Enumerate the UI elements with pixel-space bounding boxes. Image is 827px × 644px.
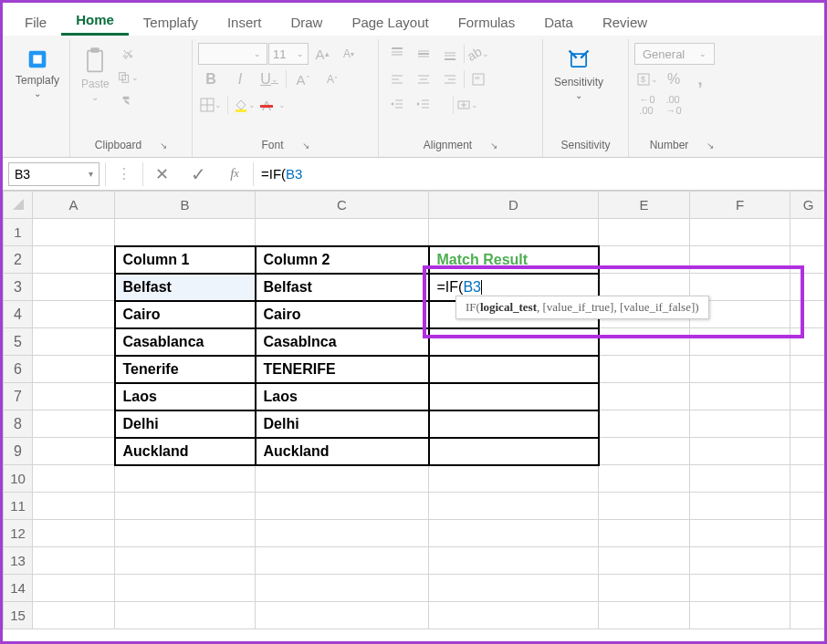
cell[interactable] [599, 575, 690, 602]
cell[interactable] [256, 465, 429, 493]
row-header[interactable]: 4 [4, 301, 33, 328]
cell[interactable] [115, 575, 256, 602]
cell[interactable]: Casablnca [256, 328, 429, 356]
cell[interactable] [790, 438, 827, 465]
align-middle-button[interactable] [411, 43, 436, 65]
cell[interactable] [599, 520, 690, 547]
header-cell[interactable]: Match Result [429, 246, 599, 274]
cell[interactable]: Delhi [115, 410, 256, 438]
increase-font2-button[interactable]: A˄ [290, 68, 316, 90]
cell[interactable]: Laos [256, 383, 429, 410]
cell[interactable] [599, 219, 690, 246]
cell[interactable] [690, 465, 790, 493]
align-top-button[interactable] [384, 43, 410, 65]
col-header-d[interactable]: D [429, 192, 599, 219]
borders-button[interactable]: ⌄ [198, 94, 224, 116]
percent-button[interactable]: % [661, 68, 686, 90]
align-center-button[interactable] [411, 68, 436, 90]
select-all-corner[interactable] [4, 192, 33, 219]
row-header[interactable]: 14 [4, 575, 33, 602]
cell[interactable] [790, 383, 827, 410]
cell[interactable]: Delhi [256, 410, 429, 438]
cell[interactable] [599, 438, 690, 465]
format-painter-button[interactable] [115, 90, 141, 112]
cut-button[interactable] [115, 43, 141, 65]
cell[interactable] [429, 410, 599, 438]
cell[interactable] [429, 602, 599, 629]
row-header[interactable]: 8 [4, 410, 33, 438]
increase-indent-button[interactable] [411, 94, 436, 116]
col-header-a[interactable]: A [33, 192, 115, 219]
cell[interactable]: Belfast [256, 274, 429, 301]
row-header[interactable]: 10 [4, 465, 33, 493]
row-header[interactable]: 3 [4, 274, 33, 301]
row-header[interactable]: 9 [4, 438, 33, 465]
cell[interactable] [790, 410, 827, 438]
cell[interactable] [599, 493, 690, 520]
cell[interactable] [790, 328, 827, 356]
col-header-e[interactable]: E [599, 192, 690, 219]
templafy-button[interactable]: Templafy ⌄ [10, 43, 65, 102]
alignment-dialog-launcher[interactable]: ↘ [490, 140, 497, 151]
cell[interactable]: TENERIFE [256, 356, 429, 383]
cell[interactable] [599, 410, 690, 438]
cell[interactable] [33, 246, 115, 274]
row-header[interactable]: 13 [4, 547, 33, 575]
row-header[interactable]: 11 [4, 493, 33, 520]
cell[interactable] [429, 219, 599, 246]
cell[interactable] [790, 520, 827, 547]
cell[interactable] [115, 547, 256, 575]
number-format-select[interactable]: General⌄ [634, 43, 715, 65]
col-header-f[interactable]: F [690, 192, 790, 219]
tab-review[interactable]: Review [588, 9, 662, 36]
formula-input[interactable]: =IF(B3 [254, 162, 824, 186]
cell[interactable] [690, 602, 790, 629]
decrease-decimal-button[interactable]: .00→0 [661, 94, 686, 116]
row-header[interactable]: 15 [4, 602, 33, 629]
cell[interactable]: Laos [115, 383, 256, 410]
cell[interactable] [33, 438, 115, 465]
cell[interactable] [256, 575, 429, 602]
cell[interactable] [790, 219, 827, 246]
cell[interactable] [790, 602, 827, 629]
cell[interactable] [690, 246, 790, 274]
cell[interactable] [790, 274, 827, 301]
increase-decimal-button[interactable]: ←0.00 [634, 94, 660, 116]
col-header-b[interactable]: B [115, 192, 256, 219]
cell[interactable] [256, 547, 429, 575]
cell[interactable] [256, 602, 429, 629]
cell[interactable] [429, 438, 599, 465]
tab-draw[interactable]: Draw [276, 9, 337, 36]
row-header[interactable]: 5 [4, 328, 33, 356]
cell[interactable] [790, 547, 827, 575]
insert-function-button[interactable]: fx [216, 162, 253, 186]
cell[interactable] [33, 383, 115, 410]
cell[interactable] [33, 465, 115, 493]
cell[interactable] [599, 356, 690, 383]
accounting-button[interactable]: $⌄ [634, 68, 660, 90]
enter-formula-button[interactable]: ✓ [180, 162, 216, 186]
cell[interactable] [429, 547, 599, 575]
align-bottom-button[interactable] [437, 43, 463, 65]
row-header[interactable]: 12 [4, 520, 33, 547]
cell[interactable] [115, 219, 256, 246]
cell[interactable] [599, 383, 690, 410]
header-cell[interactable]: Column 1 [115, 246, 256, 274]
col-header-g[interactable]: G [790, 192, 827, 219]
cell[interactable] [429, 493, 599, 520]
name-split-button[interactable]: ⋮ [106, 162, 142, 186]
spreadsheet-grid[interactable]: A B C D E F G 1 2 Column 1 Column 2 Matc… [3, 191, 824, 629]
font-color-button[interactable]: A ⌄ [261, 94, 287, 116]
merge-button[interactable]: ⌄ [455, 94, 480, 116]
cell[interactable] [429, 575, 599, 602]
cell[interactable] [256, 493, 429, 520]
cell[interactable] [33, 520, 115, 547]
name-box[interactable]: B3 ▾ [8, 162, 99, 186]
tab-templafy[interactable]: Templafy [129, 9, 213, 36]
tab-data[interactable]: Data [529, 9, 588, 36]
cell[interactable] [429, 383, 599, 410]
cell[interactable] [690, 520, 790, 547]
header-cell[interactable]: Column 2 [256, 246, 429, 274]
cell[interactable] [429, 328, 599, 356]
cell[interactable] [33, 301, 115, 328]
